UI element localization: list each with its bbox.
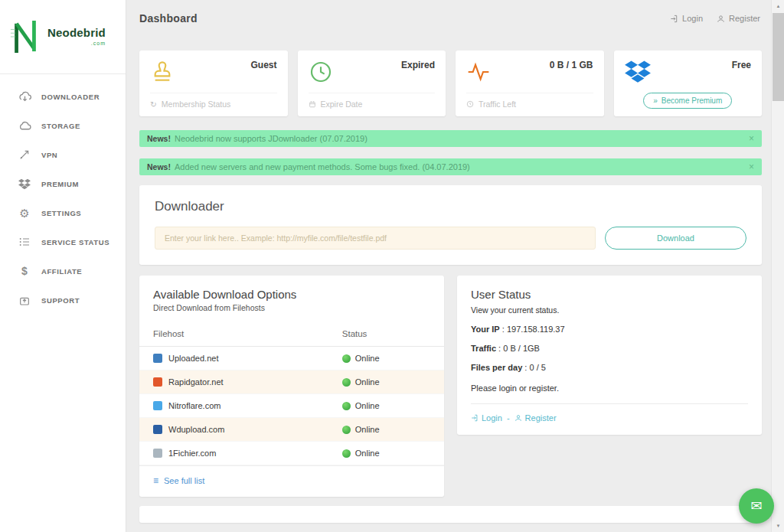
downloader-title: Downloader xyxy=(155,199,746,214)
main-area: Dashboard Login Register xyxy=(126,0,771,532)
login-link[interactable]: Login xyxy=(670,14,703,23)
person-icon xyxy=(514,414,522,422)
calendar-icon xyxy=(309,100,316,108)
online-status-icon xyxy=(342,449,351,458)
close-icon[interactable]: × xyxy=(749,162,754,171)
login-note: Please login or register. xyxy=(471,383,748,393)
sidebar-item-premium[interactable]: PREMIUM xyxy=(0,169,126,198)
stat-value: Free xyxy=(732,60,751,70)
filehost-favicon xyxy=(153,401,162,410)
links-separator: - xyxy=(507,413,510,423)
sidebar-item-affiliate[interactable]: $ AFFILIATE xyxy=(0,256,126,286)
status-badge: Online xyxy=(355,377,380,387)
expire-date-card: Expired Expire Date xyxy=(298,51,446,116)
ip-field: Your IP : 197.158.119.37 xyxy=(471,325,748,334)
close-icon[interactable]: × xyxy=(749,134,754,143)
sidebar-item-settings[interactable]: ⚙ SETTINGS xyxy=(0,198,126,227)
dollar-icon: $ xyxy=(17,266,32,276)
news-text: Neodebrid now supports JDownloader (07.0… xyxy=(175,134,368,143)
news-prefix: News! xyxy=(147,162,171,171)
status-badge: Online xyxy=(355,449,380,458)
register-link[interactable]: Register xyxy=(717,14,760,23)
brand-tld: .com xyxy=(91,41,106,47)
traffic-field: Traffic : 0 B / 1GB xyxy=(471,344,748,353)
login-link[interactable]: Login xyxy=(471,413,502,423)
status-badge: Online xyxy=(355,354,380,363)
sidebar-item-support[interactable]: SUPPORT xyxy=(0,286,126,315)
register-link[interactable]: Register xyxy=(514,413,557,423)
stat-value: Guest xyxy=(250,60,276,70)
status-badge: Online xyxy=(355,425,380,434)
stamp-icon xyxy=(150,60,175,84)
become-premium-button[interactable]: » Become Premium xyxy=(643,93,732,109)
neodebrid-logo-icon xyxy=(9,19,41,54)
files-value: 0 / 5 xyxy=(529,363,545,372)
pulse-icon xyxy=(466,60,491,84)
clock-small-icon xyxy=(466,100,474,108)
sidebar-item-label: PREMIUM xyxy=(41,180,79,188)
news-text: Added new servers and new payment method… xyxy=(175,162,470,171)
scroll-up-icon[interactable]: ▲ xyxy=(772,0,784,12)
user-status-card: User Status View your current status. Yo… xyxy=(457,276,762,435)
online-status-icon xyxy=(342,354,351,363)
online-status-icon xyxy=(342,378,351,387)
news-banner: News!Neodebrid now supports JDownloader … xyxy=(139,130,762,147)
brand-name: Neodebrid xyxy=(47,27,106,40)
dropbox-icon xyxy=(17,178,32,190)
next-panel-sliver xyxy=(139,506,762,523)
cloud-download-icon xyxy=(17,90,32,103)
user-status-subtitle: View your current status. xyxy=(471,305,748,315)
column-header-status: Status xyxy=(328,323,444,347)
vpn-icon xyxy=(17,149,32,161)
envelope-icon: ✉ xyxy=(750,498,762,514)
brand-logo[interactable]: Neodebrid .com xyxy=(0,0,126,73)
sidebar-item-label: SUPPORT xyxy=(41,296,80,305)
gear-icon: ⚙ xyxy=(17,207,32,219)
sidebar-item-label: VPN xyxy=(41,151,57,159)
stat-value: 0 B / 1 GB xyxy=(550,60,593,70)
divider xyxy=(471,403,748,404)
membership-status-card: Guest ↻ Membership Status xyxy=(139,51,288,116)
stat-label: Membership Status xyxy=(162,100,230,109)
files-per-day-field: Files per day : 0 / 5 xyxy=(471,363,748,372)
chat-widget-button[interactable]: ✉ xyxy=(739,488,774,524)
chevrons-icon: » xyxy=(653,96,658,105)
filehost-table: Filehost Status Uploaded.net Online Rapi… xyxy=(139,323,444,465)
support-box-icon xyxy=(17,294,32,306)
filehost-favicon xyxy=(153,377,162,387)
table-row: Nitroflare.com Online xyxy=(139,394,444,418)
page-title: Dashboard xyxy=(139,12,198,24)
premium-card: Free » Become Premium xyxy=(614,51,763,116)
sidebar-item-label: AFFILIATE xyxy=(41,267,82,276)
download-button[interactable]: Download xyxy=(605,227,746,250)
sidebar-item-service-status[interactable]: SERVICE STATUS xyxy=(0,227,126,256)
traffic-value: 0 B / 1GB xyxy=(503,344,540,353)
sidebar-item-storage[interactable]: STORAGE xyxy=(0,111,126,140)
person-icon xyxy=(717,15,725,23)
see-full-list-link[interactable]: ≡ See full list xyxy=(139,465,444,486)
news-banner: News!Added new servers and new payment m… xyxy=(139,158,762,175)
download-options-card: Available Download Options Direct Downlo… xyxy=(139,276,444,497)
sidebar-item-downloader[interactable]: DOWNLOADER xyxy=(0,82,126,111)
sidebar-item-label: DOWNLOADER xyxy=(41,93,100,101)
link-input[interactable] xyxy=(155,227,596,250)
dropbox-icon xyxy=(625,60,651,83)
status-badge: Online xyxy=(355,401,380,410)
column-header-filehost: Filehost xyxy=(139,323,328,347)
sidebar-item-vpn[interactable]: VPN xyxy=(0,140,126,169)
login-icon xyxy=(670,15,678,23)
list-icon xyxy=(17,236,32,248)
table-row: Uploaded.net Online xyxy=(139,347,444,370)
online-status-icon xyxy=(342,402,351,410)
clock-icon xyxy=(309,60,333,84)
sidebar-item-label: STORAGE xyxy=(41,122,80,130)
traffic-left-card: 0 B / 1 GB Traffic Left xyxy=(456,51,604,116)
filehost-favicon xyxy=(153,425,162,434)
stat-label: Expire Date xyxy=(321,100,363,109)
scrollbar[interactable]: ▲ ▼ xyxy=(771,0,784,532)
sidebar-menu: DOWNLOADER STORAGE VPN PREMIUM ⚙ SETTING… xyxy=(0,74,126,315)
sidebar-item-label: SERVICE STATUS xyxy=(41,238,109,246)
scrollbar-thumb[interactable] xyxy=(773,13,784,101)
online-status-icon xyxy=(342,426,351,434)
scroll-down-icon[interactable]: ▼ xyxy=(772,520,784,532)
